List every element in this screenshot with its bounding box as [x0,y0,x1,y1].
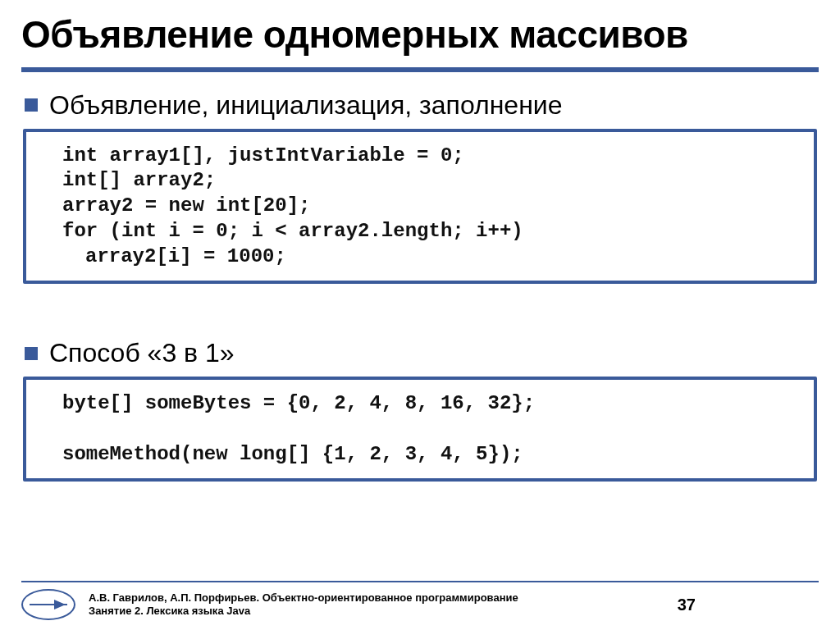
footer-row: А.В. Гаврилов, А.П. Порфирьев. Объектно-… [21,589,819,620]
footer: А.В. Гаврилов, А.П. Порфирьев. Объектно-… [0,581,840,620]
bullet-2: Способ «3 в 1» [25,338,819,368]
code-line: int[] array2; [62,169,216,191]
code-block-1: int array1[], justIntVariable = 0; int[]… [23,129,817,285]
footer-lesson: Занятие 2. Лексика языка Java [89,605,661,618]
logo-icon [21,589,75,620]
code-line: someMethod(new long[] {1, 2, 3, 4, 5}); [62,443,523,465]
slide-title: Объявление одномерных массивов [21,15,819,56]
square-bullet-icon [25,347,38,360]
page-number: 37 [678,596,696,614]
slide: Объявление одномерных массивов Объявлени… [0,0,840,630]
footer-text: А.В. Гаврилов, А.П. Порфирьев. Объектно-… [89,591,661,619]
code-line: byte[] someBytes = {0, 2, 4, 8, 16, 32}; [62,392,535,414]
title-rule [21,67,819,72]
code-line: for (int i = 0; i < array2.length; i++) [62,220,523,242]
footer-authors: А.В. Гаврилов, А.П. Порфирьев. Объектно-… [89,591,661,605]
footer-rule [21,581,819,582]
code-line: array2[i] = 1000; [62,244,806,270]
code-line: int array1[], justIntVariable = 0; [62,144,464,167]
square-bullet-icon [25,98,38,112]
code-block-2: byte[] someBytes = {0, 2, 4, 8, 16, 32};… [23,377,817,482]
bullet-1: Объявление, инициализация, заполнение [25,90,819,121]
bullet-2-text: Способ «3 в 1» [49,338,235,368]
code-line: array2 = new int[20]; [62,194,310,217]
bullet-1-text: Объявление, инициализация, заполнение [49,90,562,121]
